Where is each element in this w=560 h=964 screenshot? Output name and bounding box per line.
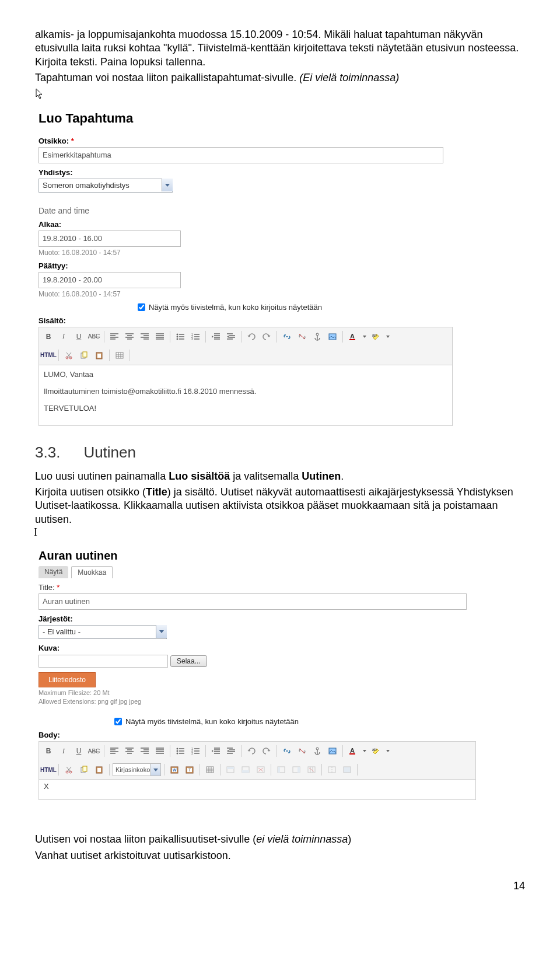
align-left-icon[interactable] bbox=[107, 744, 121, 758]
highlight-icon[interactable]: ab bbox=[369, 330, 383, 344]
table-icon[interactable] bbox=[203, 763, 217, 777]
html-source-icon[interactable]: HTML bbox=[41, 348, 55, 362]
text-color-icon[interactable]: A bbox=[346, 330, 360, 344]
screenshot-create-event: Luo Tapahtuma Otsikko: * Esimerkkitapaht… bbox=[35, 106, 525, 426]
page-number: 14 bbox=[35, 880, 525, 892]
jarjestot-label: Järjestöt: bbox=[38, 614, 476, 623]
fontsize-select[interactable]: Kirjasinkoko bbox=[113, 763, 161, 776]
highlight-dropdown-icon[interactable] bbox=[384, 744, 391, 758]
col-after-icon[interactable] bbox=[289, 763, 303, 777]
undo-icon[interactable] bbox=[244, 744, 258, 758]
align-justify-icon[interactable] bbox=[153, 744, 167, 758]
align-center-icon[interactable] bbox=[123, 744, 136, 758]
bold-icon[interactable]: B bbox=[41, 744, 55, 758]
svg-rect-53 bbox=[344, 767, 351, 773]
align-justify-icon[interactable] bbox=[153, 330, 167, 344]
alkaa-input[interactable]: 19.8.2010 - 16.00 bbox=[38, 230, 181, 247]
tabs: Näytä Muokkaa bbox=[38, 566, 476, 578]
strike-icon[interactable]: ABC bbox=[87, 744, 101, 758]
paste-word-icon[interactable]: W bbox=[167, 763, 181, 777]
editor-content[interactable]: LUMO, Vantaa Ilmoittautuminen toimisto@o… bbox=[38, 365, 453, 426]
cut-icon[interactable] bbox=[62, 348, 76, 362]
highlight-icon[interactable]: ab bbox=[369, 744, 383, 758]
svg-rect-41 bbox=[206, 767, 214, 773]
redo-icon[interactable] bbox=[260, 744, 274, 758]
svg-rect-43 bbox=[227, 767, 234, 769]
align-center-icon[interactable] bbox=[123, 330, 136, 344]
svg-text:W: W bbox=[173, 768, 177, 772]
summary-checkbox[interactable] bbox=[138, 303, 145, 311]
html-source-icon[interactable]: HTML bbox=[41, 763, 55, 777]
outdent-icon[interactable] bbox=[209, 330, 223, 344]
align-right-icon[interactable] bbox=[138, 330, 152, 344]
title-input[interactable]: Auran uutinen bbox=[38, 593, 467, 610]
italic-icon[interactable]: I bbox=[57, 744, 71, 758]
bullet-list-icon[interactable] bbox=[173, 330, 187, 344]
intro-p2-italic: (Ei vielä toiminnassa) bbox=[299, 72, 399, 83]
paste-icon[interactable] bbox=[92, 348, 106, 362]
yhdistys-select[interactable]: Someron omakotiyhdistys bbox=[38, 179, 173, 193]
paste-icon[interactable] bbox=[92, 763, 106, 777]
link-icon[interactable] bbox=[280, 744, 294, 758]
number-list-icon[interactable]: 123 bbox=[188, 330, 202, 344]
unlink-icon[interactable] bbox=[295, 744, 309, 758]
link-icon[interactable] bbox=[280, 330, 294, 344]
image-icon[interactable] bbox=[326, 330, 340, 344]
highlight-dropdown-icon[interactable] bbox=[384, 330, 391, 344]
attachment-button[interactable]: Liitetiedosto bbox=[38, 672, 96, 687]
underline-icon[interactable]: U bbox=[72, 330, 86, 344]
col-delete-icon[interactable] bbox=[304, 763, 318, 777]
paattyy-label: Päättyy: bbox=[38, 261, 453, 270]
bold-icon[interactable]: B bbox=[41, 330, 55, 344]
number-list-icon[interactable]: 123 bbox=[188, 744, 202, 758]
align-right-icon[interactable] bbox=[138, 744, 152, 758]
section-para-2: Kirjoita uutisen otsikko (Title) ja sisä… bbox=[35, 486, 525, 526]
copy-icon[interactable] bbox=[77, 348, 91, 362]
underline-icon[interactable]: U bbox=[72, 744, 86, 758]
indent-icon[interactable] bbox=[224, 330, 238, 344]
text-color-dropdown-icon[interactable] bbox=[361, 330, 368, 344]
text-color-dropdown-icon[interactable] bbox=[361, 744, 368, 758]
col-before-icon[interactable] bbox=[274, 763, 288, 777]
browse-button[interactable]: Selaa... bbox=[170, 655, 207, 667]
paattyy-format: Muoto: 16.08.2010 - 14:57 bbox=[38, 290, 453, 298]
kuva-label: Kuva: bbox=[38, 644, 476, 652]
text-color-icon[interactable]: A bbox=[346, 744, 360, 758]
svg-rect-27 bbox=[349, 753, 355, 755]
paste-text-icon[interactable]: T bbox=[183, 763, 197, 777]
editor2-x-text: X bbox=[41, 782, 51, 791]
jarjestot-select[interactable]: - Ei valittu - bbox=[38, 625, 167, 639]
anchor-icon[interactable] bbox=[310, 330, 324, 344]
split-cell-icon[interactable] bbox=[325, 763, 339, 777]
chevron-down-icon bbox=[162, 179, 173, 191]
tab-nayta[interactable]: Näytä bbox=[38, 566, 68, 578]
italic-icon[interactable]: I bbox=[57, 330, 71, 344]
indent-icon[interactable] bbox=[224, 744, 238, 758]
chevron-down-icon bbox=[150, 764, 160, 776]
undo-icon[interactable] bbox=[244, 330, 258, 344]
row-before-icon[interactable] bbox=[223, 763, 237, 777]
cut-icon[interactable] bbox=[62, 763, 76, 777]
image-icon[interactable] bbox=[326, 744, 340, 758]
strike-icon[interactable]: ABC bbox=[87, 330, 101, 344]
redo-icon[interactable] bbox=[260, 330, 274, 344]
align-left-icon[interactable] bbox=[107, 330, 121, 344]
editor2-content[interactable]: X bbox=[38, 780, 476, 800]
tab-muokkaa[interactable]: Muokkaa bbox=[71, 566, 113, 578]
outdent-icon[interactable] bbox=[209, 744, 223, 758]
copy-icon[interactable] bbox=[77, 763, 91, 777]
row-after-icon[interactable] bbox=[239, 763, 253, 777]
table-icon[interactable] bbox=[113, 348, 127, 362]
unlink-icon[interactable] bbox=[295, 330, 309, 344]
summary-checkbox-2[interactable] bbox=[114, 718, 122, 725]
file-path-input[interactable] bbox=[38, 655, 168, 668]
otsikko-input[interactable]: Esimerkkitapahtuma bbox=[38, 147, 443, 163]
intro-p2-text: Tapahtuman voi nostaa liiton paikallista… bbox=[35, 72, 299, 83]
anchor-icon[interactable] bbox=[310, 744, 324, 758]
bullet-list-icon[interactable] bbox=[173, 744, 187, 758]
section-para-1: Luo uusi uutinen painamalla Luo sisältöä… bbox=[35, 470, 525, 483]
merge-cell-icon[interactable] bbox=[340, 763, 354, 777]
row-delete-icon[interactable] bbox=[254, 763, 268, 777]
paattyy-input[interactable]: 19.8.2010 - 20.00 bbox=[38, 272, 181, 288]
svg-text:T: T bbox=[188, 768, 191, 772]
